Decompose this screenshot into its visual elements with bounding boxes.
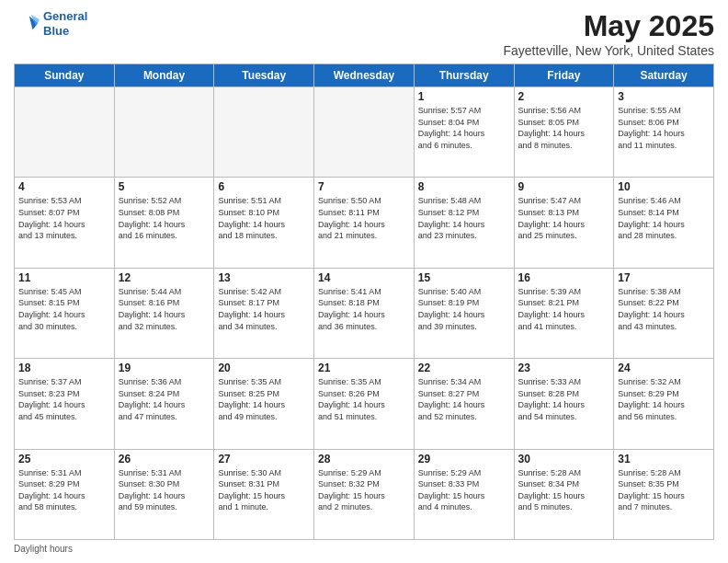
day-info: Sunrise: 5:35 AM Sunset: 8:25 PM Dayligh…	[218, 376, 310, 422]
logo-icon	[14, 11, 40, 37]
day-info: Sunrise: 5:47 AM Sunset: 8:13 PM Dayligh…	[518, 195, 610, 241]
day-number: 2	[518, 90, 610, 103]
day-number: 26	[119, 453, 210, 465]
day-info: Sunrise: 5:31 AM Sunset: 8:29 PM Dayligh…	[18, 467, 110, 513]
calendar-cell	[214, 87, 314, 178]
day-info: Sunrise: 5:55 AM Sunset: 8:06 PM Dayligh…	[618, 105, 710, 151]
calendar-cell: 27Sunrise: 5:30 AM Sunset: 8:31 PM Dayli…	[214, 449, 314, 539]
col-header-thursday: Thursday	[414, 64, 514, 87]
day-number: 30	[518, 453, 610, 465]
calendar-cell: 12Sunrise: 5:44 AM Sunset: 8:16 PM Dayli…	[114, 268, 214, 358]
col-header-sunday: Sunday	[15, 64, 115, 87]
day-number: 7	[318, 180, 410, 193]
calendar-table: SundayMondayTuesdayWednesdayThursdayFrid…	[14, 63, 714, 540]
day-info: Sunrise: 5:32 AM Sunset: 8:29 PM Dayligh…	[618, 376, 710, 422]
calendar-cell: 19Sunrise: 5:36 AM Sunset: 8:24 PM Dayli…	[114, 359, 214, 449]
calendar-cell: 29Sunrise: 5:29 AM Sunset: 8:33 PM Dayli…	[414, 449, 514, 539]
calendar-cell	[314, 87, 415, 178]
day-info: Sunrise: 5:33 AM Sunset: 8:28 PM Dayligh…	[518, 376, 610, 422]
calendar-cell: 22Sunrise: 5:34 AM Sunset: 8:27 PM Dayli…	[414, 359, 514, 449]
calendar-cell: 9Sunrise: 5:47 AM Sunset: 8:13 PM Daylig…	[514, 178, 614, 268]
day-number: 15	[418, 271, 510, 284]
day-number: 22	[418, 362, 510, 374]
week-row-5: 25Sunrise: 5:31 AM Sunset: 8:29 PM Dayli…	[15, 449, 714, 539]
day-number: 31	[618, 453, 710, 465]
day-info: Sunrise: 5:39 AM Sunset: 8:21 PM Dayligh…	[518, 286, 610, 332]
col-header-saturday: Saturday	[614, 64, 714, 87]
calendar-cell: 26Sunrise: 5:31 AM Sunset: 8:30 PM Dayli…	[114, 449, 214, 539]
logo: General Blue	[14, 9, 87, 38]
day-number: 29	[418, 453, 510, 465]
calendar-cell: 6Sunrise: 5:51 AM Sunset: 8:10 PM Daylig…	[214, 178, 314, 268]
day-info: Sunrise: 5:29 AM Sunset: 8:33 PM Dayligh…	[418, 467, 510, 513]
day-number: 14	[318, 271, 410, 284]
day-number: 3	[618, 90, 710, 103]
day-info: Sunrise: 5:44 AM Sunset: 8:16 PM Dayligh…	[119, 286, 210, 332]
header: General Blue May 2025 Fayetteville, New …	[14, 9, 714, 58]
calendar-cell: 15Sunrise: 5:40 AM Sunset: 8:19 PM Dayli…	[414, 268, 514, 358]
title-block: May 2025 Fayetteville, New York, United …	[503, 9, 714, 58]
day-number: 4	[18, 180, 110, 193]
logo-line2: Blue	[43, 24, 87, 39]
week-row-3: 11Sunrise: 5:45 AM Sunset: 8:15 PM Dayli…	[15, 268, 714, 358]
page: General Blue May 2025 Fayetteville, New …	[0, 0, 728, 563]
week-row-2: 4Sunrise: 5:53 AM Sunset: 8:07 PM Daylig…	[15, 178, 714, 268]
calendar-cell: 28Sunrise: 5:29 AM Sunset: 8:32 PM Dayli…	[314, 449, 415, 539]
day-number: 6	[218, 180, 310, 193]
calendar-cell: 21Sunrise: 5:35 AM Sunset: 8:26 PM Dayli…	[314, 359, 415, 449]
day-info: Sunrise: 5:34 AM Sunset: 8:27 PM Dayligh…	[418, 376, 510, 422]
calendar-cell: 23Sunrise: 5:33 AM Sunset: 8:28 PM Dayli…	[514, 359, 614, 449]
calendar-cell: 31Sunrise: 5:28 AM Sunset: 8:35 PM Dayli…	[614, 449, 714, 539]
calendar-cell	[15, 87, 115, 178]
day-number: 8	[418, 180, 510, 193]
day-number: 21	[318, 362, 410, 374]
calendar-cell: 20Sunrise: 5:35 AM Sunset: 8:25 PM Dayli…	[214, 359, 314, 449]
day-number: 20	[218, 362, 310, 374]
day-info: Sunrise: 5:36 AM Sunset: 8:24 PM Dayligh…	[119, 376, 210, 422]
day-number: 13	[218, 271, 310, 284]
day-number: 5	[119, 180, 210, 193]
day-info: Sunrise: 5:53 AM Sunset: 8:07 PM Dayligh…	[18, 195, 110, 241]
calendar-cell: 18Sunrise: 5:37 AM Sunset: 8:23 PM Dayli…	[15, 359, 115, 449]
day-number: 17	[618, 271, 710, 284]
day-number: 25	[18, 453, 110, 465]
calendar-cell: 4Sunrise: 5:53 AM Sunset: 8:07 PM Daylig…	[15, 178, 115, 268]
calendar-header-row: SundayMondayTuesdayWednesdayThursdayFrid…	[15, 64, 714, 87]
logo-line1: General	[43, 9, 87, 24]
week-row-1: 1Sunrise: 5:57 AM Sunset: 8:04 PM Daylig…	[15, 87, 714, 178]
footer-note: Daylight hours	[14, 544, 714, 554]
calendar-cell: 8Sunrise: 5:48 AM Sunset: 8:12 PM Daylig…	[414, 178, 514, 268]
subtitle: Fayetteville, New York, United States	[503, 43, 714, 58]
day-number: 18	[18, 362, 110, 374]
calendar-cell: 16Sunrise: 5:39 AM Sunset: 8:21 PM Dayli…	[514, 268, 614, 358]
day-number: 27	[218, 453, 310, 465]
calendar-cell: 10Sunrise: 5:46 AM Sunset: 8:14 PM Dayli…	[614, 178, 714, 268]
day-info: Sunrise: 5:28 AM Sunset: 8:34 PM Dayligh…	[518, 467, 610, 513]
calendar-cell: 2Sunrise: 5:56 AM Sunset: 8:05 PM Daylig…	[514, 87, 614, 178]
day-number: 19	[119, 362, 210, 374]
calendar-cell: 11Sunrise: 5:45 AM Sunset: 8:15 PM Dayli…	[15, 268, 115, 358]
day-info: Sunrise: 5:38 AM Sunset: 8:22 PM Dayligh…	[618, 286, 710, 332]
calendar-cell	[114, 87, 214, 178]
day-number: 1	[418, 90, 510, 103]
day-info: Sunrise: 5:51 AM Sunset: 8:10 PM Dayligh…	[218, 195, 310, 241]
day-info: Sunrise: 5:46 AM Sunset: 8:14 PM Dayligh…	[618, 195, 710, 241]
calendar-cell: 24Sunrise: 5:32 AM Sunset: 8:29 PM Dayli…	[614, 359, 714, 449]
col-header-monday: Monday	[114, 64, 214, 87]
day-info: Sunrise: 5:45 AM Sunset: 8:15 PM Dayligh…	[18, 286, 110, 332]
day-number: 23	[518, 362, 610, 374]
day-info: Sunrise: 5:48 AM Sunset: 8:12 PM Dayligh…	[418, 195, 510, 241]
col-header-wednesday: Wednesday	[314, 64, 415, 87]
day-info: Sunrise: 5:41 AM Sunset: 8:18 PM Dayligh…	[318, 286, 410, 332]
calendar-cell: 14Sunrise: 5:41 AM Sunset: 8:18 PM Dayli…	[314, 268, 415, 358]
calendar-cell: 1Sunrise: 5:57 AM Sunset: 8:04 PM Daylig…	[414, 87, 514, 178]
day-info: Sunrise: 5:31 AM Sunset: 8:30 PM Dayligh…	[119, 467, 210, 513]
day-number: 10	[618, 180, 710, 193]
day-number: 16	[518, 271, 610, 284]
day-info: Sunrise: 5:50 AM Sunset: 8:11 PM Dayligh…	[318, 195, 410, 241]
col-header-tuesday: Tuesday	[214, 64, 314, 87]
day-info: Sunrise: 5:57 AM Sunset: 8:04 PM Dayligh…	[418, 105, 510, 151]
week-row-4: 18Sunrise: 5:37 AM Sunset: 8:23 PM Dayli…	[15, 359, 714, 449]
day-info: Sunrise: 5:42 AM Sunset: 8:17 PM Dayligh…	[218, 286, 310, 332]
day-number: 24	[618, 362, 710, 374]
